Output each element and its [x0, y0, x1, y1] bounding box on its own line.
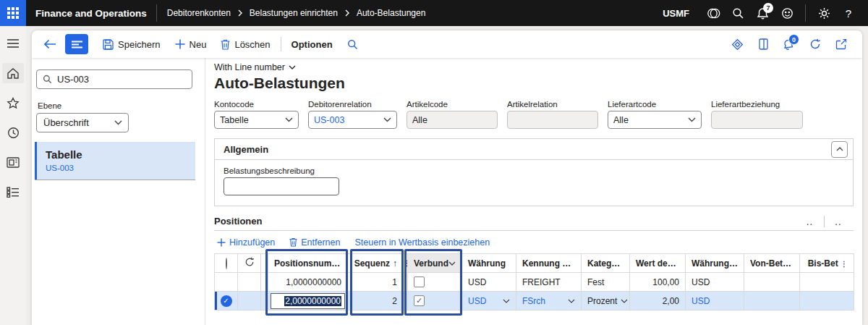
messages-button[interactable]: 0 [778, 34, 800, 54]
home-icon [7, 67, 20, 80]
main-content: With Line number Auto-Belastungen Kontoc… [205, 58, 862, 325]
column-header-kennung[interactable]: Kennung der son... [516, 254, 582, 273]
tax-include-button[interactable]: Steuern in Wertbasis einbeziehen [354, 237, 490, 248]
list-item-subtitle: US-003 [46, 164, 195, 172]
company-picker[interactable]: USMF [663, 8, 689, 19]
refresh-column-header[interactable] [238, 254, 261, 273]
cell-positionsnummer[interactable]: 1,0000000000 [268, 273, 348, 292]
nav-favorites-button[interactable] [2, 93, 24, 113]
chevron-down-icon [568, 299, 575, 303]
refresh-button[interactable] [804, 34, 826, 54]
collapse-button[interactable] [831, 141, 848, 158]
expand-nav-button[interactable] [2, 33, 24, 54]
column-header-sequenz[interactable]: Sequenz↑ [348, 254, 404, 273]
cell-value: FSrch [522, 296, 545, 306]
hamburger-icon [7, 38, 20, 48]
save-button[interactable]: Speichern [95, 34, 168, 54]
field-lieferartbeziehung: Lieferartbeziehung [711, 100, 803, 129]
cell-waehrungskenn[interactable]: USD [686, 273, 744, 292]
row-refresh-cell [238, 273, 261, 292]
cell-kategorie[interactable]: Fest [582, 273, 630, 292]
cell-verbund[interactable] [408, 273, 462, 292]
column-header-bis-betrag[interactable]: Bis-Bet ⋮ [800, 254, 854, 273]
nav-workspaces-button[interactable] [2, 152, 24, 172]
nav-home-button[interactable] [2, 63, 24, 83]
breadcrumb-item[interactable]: Auto-Belastungen [357, 8, 425, 18]
cell-sequenz[interactable]: 2 [348, 292, 404, 311]
actionbar-search-button[interactable] [340, 39, 365, 50]
select-all-radio[interactable] [215, 254, 238, 273]
scan-button[interactable] [726, 34, 748, 54]
nav-modules-button[interactable] [2, 182, 24, 202]
lieferartcode-select[interactable]: Alle [608, 111, 702, 129]
section-allgemein-header[interactable]: Allgemein [215, 139, 853, 160]
cell-kategorie[interactable]: Prozent [582, 292, 630, 311]
column-header-wert[interactable]: Wert der sonst... [630, 254, 686, 273]
column-header-von-betrag[interactable]: Von-Betrag [744, 254, 800, 273]
column-header-waehrungskenn[interactable]: Währungskenn... [686, 254, 744, 273]
show-list-button[interactable] [65, 34, 88, 54]
add-line-label: Hinzufügen [229, 237, 275, 248]
cell-waehrung[interactable]: USD [462, 292, 516, 311]
row-select-radio[interactable] [215, 273, 238, 292]
checkbox-unchecked-icon[interactable] [414, 277, 425, 287]
cell-bis[interactable] [800, 292, 854, 311]
breadcrumb-item[interactable]: Debitorenkonten [167, 8, 231, 18]
description-input[interactable] [224, 177, 339, 195]
options-menu[interactable]: Optionen [284, 34, 340, 54]
checkbox-checked-icon[interactable]: ✓ [414, 295, 425, 306]
nav-recent-button[interactable] [2, 122, 24, 143]
search-button[interactable] [726, 0, 750, 26]
grid-header-row: Positionsnummer Sequenz↑ ⋮ Verbund Währu… [215, 254, 854, 273]
notifications-button[interactable]: 7 [750, 0, 775, 26]
settings-button[interactable] [812, 0, 836, 26]
new-button[interactable]: Neu [168, 34, 214, 54]
cell-positionsnummer-editing[interactable]: 2,0000000000 [268, 292, 348, 311]
back-button[interactable] [41, 35, 59, 54]
column-header-kategorie[interactable]: Kategorie [582, 254, 630, 273]
column-header-waehrung[interactable]: Währung [462, 254, 516, 273]
help-button[interactable]: ? [836, 0, 861, 26]
cell-waehrung[interactable]: USD [462, 273, 516, 292]
feedback-button[interactable] [775, 0, 799, 26]
cell-kennung[interactable]: FSrch [516, 292, 582, 311]
cell-von[interactable] [744, 292, 800, 311]
grid-more-buttons: ‥ ‥ [796, 216, 852, 227]
cell-von[interactable] [744, 273, 800, 292]
more-options-icon[interactable]: ‥ [825, 216, 852, 227]
edit-cell[interactable]: 2,0000000000 [271, 293, 345, 309]
delete-button[interactable]: Löschen [213, 34, 277, 54]
app-launcher-button[interactable] [0, 0, 26, 26]
cell-sequenz[interactable]: 1 [348, 273, 404, 292]
office-apps-button[interactable] [752, 34, 774, 54]
record-search[interactable] [36, 69, 192, 89]
chevron-down-icon [285, 117, 293, 122]
plus-icon [175, 39, 185, 49]
remove-line-button[interactable]: Entfernen [289, 237, 340, 248]
column-header-verbund[interactable]: Verbund [408, 254, 462, 273]
cell-waehrungskenn[interactable]: USD [686, 292, 744, 311]
popout-icon [835, 39, 847, 50]
record-context-dropdown[interactable]: With Line number [214, 62, 296, 72]
level-select[interactable]: Überschrift [36, 113, 129, 132]
cell-verbund[interactable]: ✓ [408, 292, 462, 311]
cell-wert[interactable]: 2,00 [630, 292, 686, 311]
more-options-icon[interactable]: ‥ [796, 216, 823, 227]
cell-wert[interactable]: 100,00 [630, 273, 686, 292]
grid-row-1: 1,0000000000 1 USD FREIGHT Fest 100,00 U… [215, 273, 854, 292]
debitorenrelation-select[interactable]: US-003 [308, 111, 397, 129]
kontocode-select[interactable]: Tabelle [214, 111, 299, 129]
chevron-down-icon [621, 299, 628, 303]
copilot-button[interactable] [701, 0, 726, 26]
open-in-new-window-button[interactable] [830, 34, 852, 54]
cell-bis[interactable] [800, 273, 854, 292]
record-search-input[interactable] [57, 74, 166, 85]
section-positionen-header: Positionen ‥ ‥ [214, 212, 854, 231]
row-select-radio[interactable]: ✓ [215, 292, 238, 311]
field-kontocode: Kontocode Tabelle [214, 100, 299, 129]
add-line-button[interactable]: Hinzufügen [217, 237, 275, 248]
column-header-positionsnummer[interactable]: Positionsnummer [268, 254, 348, 273]
list-item-selected[interactable]: Tabelle US-003 [35, 142, 195, 180]
cell-kennung[interactable]: FREIGHT [516, 273, 582, 292]
breadcrumb-item[interactable]: Belastungen einrichten [250, 8, 338, 18]
